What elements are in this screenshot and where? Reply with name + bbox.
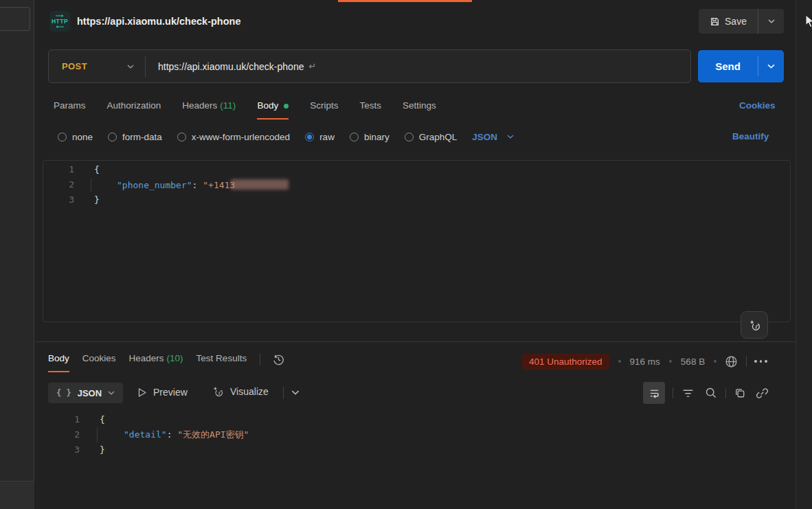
sidebar-bottom-strip <box>0 481 34 509</box>
response-body-editor[interactable]: 1 { 2 "detail": "无效的API密钥" 3 } <box>48 411 249 457</box>
code-text: "detail": "无效的API密钥" <box>100 429 249 441</box>
send-button[interactable]: Send <box>698 50 758 82</box>
body-mode-row: none form-data x-www-form-urlencoded raw… <box>58 130 514 144</box>
postbot-button[interactable] <box>741 311 768 339</box>
method-label: POST <box>62 61 87 71</box>
line-number: 2 <box>43 179 74 190</box>
chevron-down-icon <box>767 64 775 69</box>
mouse-cursor <box>805 14 812 30</box>
visualize-button[interactable]: Visualize <box>212 385 269 398</box>
redacted-phone-blur <box>231 179 289 190</box>
response-size[interactable]: 568 B <box>681 357 705 367</box>
divider <box>673 387 673 398</box>
response-format-label: JSON <box>78 388 102 398</box>
radio-icon[interactable] <box>177 133 186 142</box>
url-input[interactable]: https://api.xiaomu.uk/check-phone <box>146 61 304 72</box>
response-history-button[interactable] <box>272 353 285 366</box>
dot-separator <box>714 360 717 363</box>
tab-settings[interactable]: Settings <box>403 100 436 118</box>
url-return-glyph: ↵ <box>308 61 316 71</box>
active-tab-indicator <box>338 0 472 2</box>
response-status-row: 401 Unauthorized 916 ms 568 B <box>522 352 767 370</box>
cookies-link[interactable]: Cookies <box>739 100 776 111</box>
radio-icon[interactable] <box>405 133 414 142</box>
link-button[interactable] <box>756 387 769 400</box>
beautify-link[interactable]: Beautify <box>732 131 769 142</box>
save-split-button[interactable]: Save <box>699 9 784 34</box>
tab-scripts[interactable]: Scripts <box>310 100 338 118</box>
line-number: 3 <box>48 444 80 455</box>
json-key: "detail" <box>124 429 167 440</box>
mode-raw[interactable]: raw <box>305 132 335 142</box>
request-body-editor[interactable]: 1 { 2 "phone_number": "+1413 3 } <box>43 161 289 207</box>
tab-params[interactable]: Params <box>54 100 86 118</box>
preview-button[interactable]: Preview <box>137 387 188 398</box>
code-line-2: 2 "phone_number": "+1413 <box>43 177 289 192</box>
response-tabs: Body Cookies Headers(10) Test Results <box>48 352 285 372</box>
response-format-dropdown[interactable]: { } JSON <box>48 383 123 403</box>
url-bar: POST https://api.xiaomu.uk/check-phone ↵ <box>48 49 691 83</box>
search-button[interactable] <box>704 386 718 400</box>
tab-headers[interactable]: Headers(11) <box>182 100 236 118</box>
raw-format-dropdown[interactable]: JSON <box>472 132 514 142</box>
tab-tests[interactable]: Tests <box>359 100 381 118</box>
copy-button[interactable] <box>734 387 747 400</box>
save-options-button[interactable] <box>758 9 784 34</box>
radio-icon[interactable] <box>58 133 67 142</box>
api-client-window: HTTP https://api.xiaomu.uk/check-phone S… <box>0 0 812 509</box>
tab-body[interactable]: Body <box>257 100 289 120</box>
send-options-button[interactable] <box>758 50 784 82</box>
wrap-text-button[interactable] <box>643 382 665 404</box>
code-text: } <box>100 444 105 455</box>
radio-icon[interactable] <box>350 133 359 142</box>
code-line-2: 2 "detail": "无效的API密钥" <box>48 427 249 442</box>
preview-label: Preview <box>153 387 188 398</box>
chevron-down-icon <box>108 391 115 395</box>
network-info-button[interactable] <box>724 354 738 369</box>
response-tab-cookies[interactable]: Cookies <box>82 352 116 371</box>
mode-graphql[interactable]: GraphQL <box>405 132 458 142</box>
wrap-text-icon <box>649 387 660 399</box>
mode-form-data[interactable]: form-data <box>108 132 162 142</box>
mode-none[interactable]: none <box>58 132 93 142</box>
filter-button[interactable] <box>681 386 695 400</box>
magic-sparkle-icon <box>212 385 224 398</box>
send-split-button[interactable]: Send <box>698 50 784 82</box>
http-method-badge: HTTP <box>49 11 70 32</box>
radio-selected-icon[interactable] <box>305 133 314 142</box>
divider <box>746 356 747 367</box>
divider <box>260 354 260 365</box>
save-button[interactable]: Save <box>699 9 758 34</box>
more-options-button[interactable] <box>754 360 767 363</box>
json-key: "phone_number" <box>117 180 192 190</box>
response-tab-headers[interactable]: Headers(10) <box>129 352 183 371</box>
copy-icon <box>734 387 747 400</box>
sidebar-collapsed-tab[interactable] <box>0 7 30 31</box>
dot-separator <box>669 360 672 363</box>
chevron-down-icon <box>127 65 134 69</box>
code-line-3: 3 } <box>48 442 249 457</box>
status-badge[interactable]: 401 Unauthorized <box>522 354 609 370</box>
response-tab-body[interactable]: Body <box>48 352 69 372</box>
response-toolbar-icons <box>643 382 769 404</box>
tab-authorization[interactable]: Authorization <box>107 100 161 118</box>
chevron-down-icon[interactable] <box>291 390 300 395</box>
response-time[interactable]: 916 ms <box>630 357 660 367</box>
mode-binary[interactable]: binary <box>350 132 390 142</box>
chevron-down-icon <box>768 19 775 23</box>
panel-divider[interactable] <box>35 341 796 342</box>
search-icon <box>704 386 718 400</box>
json-string-value: "无效的API密钥" <box>177 429 249 440</box>
raw-format-label: JSON <box>472 132 497 142</box>
response-tab-test-results[interactable]: Test Results <box>196 352 247 371</box>
history-clock-icon <box>272 353 285 366</box>
visualize-label: Visualize <box>230 386 269 397</box>
body-has-content-dot <box>284 104 289 109</box>
method-selector[interactable]: POST <box>49 61 145 71</box>
code-text: } <box>94 194 100 205</box>
mode-x-www-form-urlencoded[interactable]: x-www-form-urlencoded <box>177 132 290 142</box>
code-text: { <box>94 164 100 174</box>
headers-count: (11) <box>220 100 236 112</box>
radio-icon[interactable] <box>108 133 117 142</box>
http-arrow-left-icon <box>55 25 65 28</box>
